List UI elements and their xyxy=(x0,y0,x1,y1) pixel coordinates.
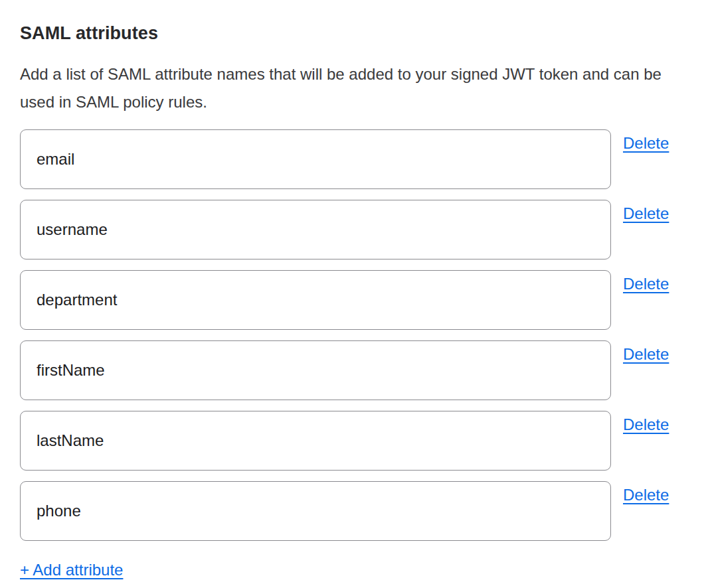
delete-attribute-link[interactable]: Delete xyxy=(623,204,669,223)
add-attribute-link[interactable]: + Add attribute xyxy=(20,560,123,579)
saml-attributes-section: SAML attributes Add a list of SAML attri… xyxy=(0,0,708,588)
page-title: SAML attributes xyxy=(20,23,688,44)
delete-attribute-link[interactable]: Delete xyxy=(623,415,669,434)
attribute-name-input[interactable] xyxy=(20,200,611,259)
attribute-name-input[interactable] xyxy=(20,481,611,541)
attribute-row: Delete xyxy=(20,129,688,189)
attribute-list: Delete Delete Delete Delete Delete Delet… xyxy=(20,129,688,541)
delete-attribute-link[interactable]: Delete xyxy=(623,274,669,293)
attribute-name-input[interactable] xyxy=(20,411,611,471)
attribute-row: Delete xyxy=(20,481,688,541)
attribute-name-input[interactable] xyxy=(20,129,611,189)
attribute-row: Delete xyxy=(20,270,688,330)
delete-attribute-link[interactable]: Delete xyxy=(623,133,669,153)
delete-attribute-link[interactable]: Delete xyxy=(623,344,669,364)
attribute-row: Delete xyxy=(20,340,688,400)
attribute-row: Delete xyxy=(20,411,688,471)
attribute-row: Delete xyxy=(20,200,688,259)
attribute-name-input[interactable] xyxy=(20,270,611,330)
attribute-name-input[interactable] xyxy=(20,340,611,400)
section-description: Add a list of SAML attribute names that … xyxy=(20,60,684,116)
delete-attribute-link[interactable]: Delete xyxy=(623,485,669,504)
